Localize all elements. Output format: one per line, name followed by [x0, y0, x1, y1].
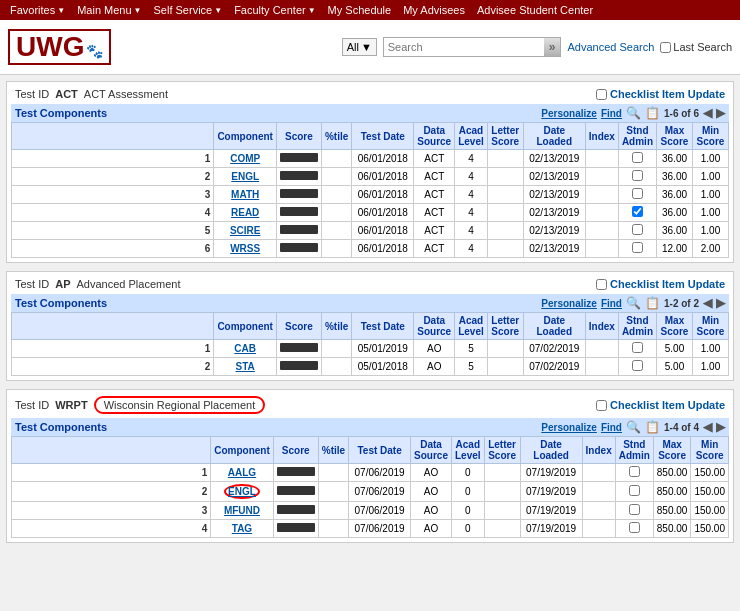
- stndadmin-checkbox[interactable]: [632, 170, 643, 181]
- stndadmin-checkbox[interactable]: [629, 504, 640, 515]
- act-grid-icon[interactable]: 📋: [645, 106, 660, 120]
- th-dateloaded: Date Loaded: [523, 313, 585, 340]
- row-component[interactable]: MATH: [214, 186, 277, 204]
- row-component[interactable]: WRSS: [214, 240, 277, 258]
- wrpt-prev-icon[interactable]: ◀: [703, 420, 712, 434]
- stndadmin-checkbox[interactable]: [629, 522, 640, 533]
- wrpt-checklist-checkbox[interactable]: [596, 400, 607, 411]
- act-personalize-link[interactable]: Personalize: [541, 108, 597, 119]
- nav-self-service[interactable]: Self Service ▼: [148, 4, 229, 16]
- logo-area: UWG🐾: [8, 29, 111, 65]
- component-link[interactable]: MATH: [231, 189, 259, 200]
- ap-next-icon[interactable]: ▶: [716, 296, 725, 310]
- stndadmin-checkbox[interactable]: [632, 242, 643, 253]
- wrpt-find-link[interactable]: Find: [601, 422, 622, 433]
- nav-favorites[interactable]: Favorites ▼: [4, 4, 71, 16]
- table-row: 4TAG07/06/2019AO007/19/2019850.00150.00: [12, 520, 729, 538]
- component-link[interactable]: WRSS: [230, 243, 260, 254]
- ap-find-link[interactable]: Find: [601, 298, 622, 309]
- row-num: 2: [12, 358, 214, 376]
- wrpt-section-header-label: Test Components: [15, 421, 107, 433]
- nav-advisee-student-center[interactable]: Advisee Student Center: [471, 4, 599, 16]
- row-datasource: AO: [411, 482, 452, 502]
- act-prev-icon[interactable]: ◀: [703, 106, 712, 120]
- act-section-header: Test Components Personalize Find 🔍 📋 1-6…: [11, 104, 729, 122]
- stndadmin-checkbox[interactable]: [629, 485, 640, 496]
- search-go-button[interactable]: »: [544, 38, 561, 56]
- row-component[interactable]: STA: [214, 358, 277, 376]
- component-link[interactable]: CAB: [234, 343, 256, 354]
- component-link[interactable]: TAG: [232, 523, 252, 534]
- act-view-icon[interactable]: 🔍: [626, 106, 641, 120]
- row-component[interactable]: TAG: [211, 520, 274, 538]
- last-search-checkbox[interactable]: [660, 42, 671, 53]
- row-component[interactable]: SCIRE: [214, 222, 277, 240]
- th-index: Index: [585, 123, 618, 150]
- stndadmin-checkbox[interactable]: [632, 224, 643, 235]
- act-next-icon[interactable]: ▶: [716, 106, 725, 120]
- stndadmin-checkbox[interactable]: [632, 360, 643, 371]
- wrpt-test-id-label: Test ID: [15, 399, 49, 411]
- stndadmin-checkbox[interactable]: [632, 188, 643, 199]
- search-input[interactable]: [384, 39, 544, 55]
- component-link[interactable]: ENGL: [231, 171, 259, 182]
- component-link[interactable]: MFUND: [224, 505, 260, 516]
- th-testdate: Test Date: [352, 123, 414, 150]
- row-pctile: [318, 520, 348, 538]
- row-component[interactable]: MFUND: [211, 502, 274, 520]
- component-link[interactable]: COMP: [230, 153, 260, 164]
- row-stndadmin: [615, 502, 653, 520]
- act-checklist-checkbox[interactable]: [596, 89, 607, 100]
- row-maxscore: 12.00: [657, 240, 693, 258]
- stndadmin-checkbox[interactable]: [632, 206, 643, 217]
- ap-checklist-checkbox[interactable]: [596, 279, 607, 290]
- ap-prev-icon[interactable]: ◀: [703, 296, 712, 310]
- last-search-wrap[interactable]: Last Search: [660, 41, 732, 53]
- row-index: [585, 340, 618, 358]
- nav-faculty-center[interactable]: Faculty Center ▼: [228, 4, 321, 16]
- row-pctile: [321, 222, 351, 240]
- row-datasource: AO: [411, 520, 452, 538]
- th-letterscore: Letter Score: [484, 437, 520, 464]
- th-maxscore: Max Score: [657, 313, 693, 340]
- row-minscore: 150.00: [691, 520, 729, 538]
- nav-faculty-center-label: Faculty Center: [234, 4, 306, 16]
- uwg-logo: UWG🐾: [8, 29, 111, 65]
- wrpt-grid-icon[interactable]: 📋: [645, 420, 660, 434]
- row-component[interactable]: AALG: [211, 464, 274, 482]
- nav-my-schedule[interactable]: My Schedule: [322, 4, 398, 16]
- ap-grid-icon[interactable]: 📋: [645, 296, 660, 310]
- advanced-search-link[interactable]: Advanced Search: [567, 41, 654, 53]
- circled-component[interactable]: ENGL: [224, 484, 260, 499]
- wrpt-view-icon[interactable]: 🔍: [626, 420, 641, 434]
- wrpt-personalize-link[interactable]: Personalize: [541, 422, 597, 433]
- wrpt-next-icon[interactable]: ▶: [716, 420, 725, 434]
- act-find-link[interactable]: Find: [601, 108, 622, 119]
- row-component[interactable]: COMP: [214, 150, 277, 168]
- row-component[interactable]: ENGL: [211, 482, 274, 502]
- ap-personalize-link[interactable]: Personalize: [541, 298, 597, 309]
- row-component[interactable]: CAB: [214, 340, 277, 358]
- search-scope-dropdown[interactable]: All ▼: [342, 38, 377, 56]
- nav-my-advisees[interactable]: My Advisees: [397, 4, 471, 16]
- row-dateloaded: 07/19/2019: [520, 464, 582, 482]
- component-link[interactable]: SCIRE: [230, 225, 261, 236]
- row-component[interactable]: ENGL: [214, 168, 277, 186]
- row-num: 4: [12, 204, 214, 222]
- row-acadlevel: 0: [452, 464, 485, 482]
- th-stndadmin: Stnd Admin: [615, 437, 653, 464]
- component-link[interactable]: AALG: [228, 467, 256, 478]
- row-testdate: 06/01/2018: [352, 186, 414, 204]
- stndadmin-checkbox[interactable]: [629, 466, 640, 477]
- nav-main-menu[interactable]: Main Menu ▼: [71, 4, 147, 16]
- row-component[interactable]: READ: [214, 204, 277, 222]
- stndadmin-checkbox[interactable]: [632, 152, 643, 163]
- component-link[interactable]: STA: [236, 361, 255, 372]
- act-test-name: ACT Assessment: [84, 88, 168, 100]
- ap-view-icon[interactable]: 🔍: [626, 296, 641, 310]
- row-acadlevel: 4: [455, 204, 488, 222]
- act-test-id-row: Test ID ACT ACT Assessment Checklist Ite…: [11, 86, 729, 102]
- ap-checklist-area: Checklist Item Update: [596, 278, 725, 290]
- component-link[interactable]: READ: [231, 207, 259, 218]
- stndadmin-checkbox[interactable]: [632, 342, 643, 353]
